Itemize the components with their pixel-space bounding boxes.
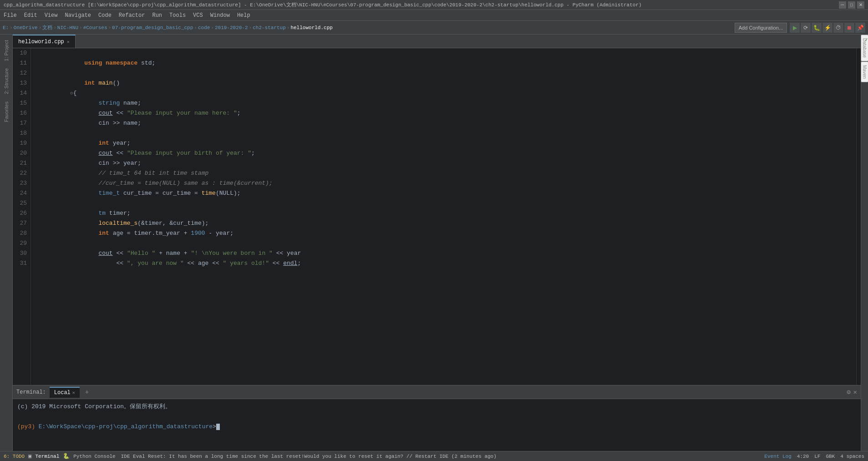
terminal-settings-icon[interactable]: ⚙ (847, 388, 850, 396)
code-line-10: using namespace std; (35, 48, 853, 58)
menu-bar: File Edit View Navigate Code Refactor Ru… (0, 10, 868, 21)
editor-container: 1: Project 2: Structure Favorites hellow… (0, 35, 868, 451)
line-num-12: 12 (15, 68, 27, 78)
profile-button[interactable]: ⏱ (833, 23, 843, 33)
add-configuration-button[interactable]: Add Configuration... (735, 23, 787, 33)
stop-button[interactable]: ⏹ (844, 23, 854, 33)
window-controls: ─ □ ✕ (839, 1, 864, 9)
editor-inner: helloworld.cpp ✕ 10 11 12 13 14 15 16 17… (13, 35, 861, 451)
code-line-15: cout << "Please input your name here: "; (35, 98, 853, 108)
status-event-log[interactable]: Event Log (764, 454, 791, 459)
run-button[interactable]: ▶ (790, 23, 800, 33)
status-right: Event Log 4:20 LF GBK 4 spaces (764, 454, 864, 459)
sidebar-item-structure[interactable]: 2: Structure (3, 65, 10, 98)
pin-button[interactable]: 📌 (855, 23, 865, 33)
menu-help[interactable]: Help (233, 11, 254, 20)
line-num-22: 22 (15, 168, 27, 178)
status-position: 4:20 (797, 454, 809, 459)
scrollbar[interactable] (856, 48, 861, 385)
code-content[interactable]: using namespace std; int main() ⊖{ strin… (31, 48, 856, 385)
terminal-header: Terminal: Local ✕ + ⚙ ✕ (13, 385, 861, 399)
nav-code[interactable]: code (198, 25, 210, 30)
tab-bar: helloworld.cpp ✕ (13, 35, 861, 48)
code-line-21: // time_t 64 bit int time stamp (35, 158, 853, 168)
code-line-29: cout << "Hello " + name + "! \nYou were … (35, 238, 853, 248)
menu-view[interactable]: View (41, 11, 61, 20)
terminal-content[interactable]: (c) 2019 Microsoft Corporation。保留所有权利。 (… (13, 399, 861, 451)
menu-edit[interactable]: Edit (20, 11, 41, 20)
line-num-26: 26 (15, 208, 27, 218)
coverage-button[interactable]: ⚡ (822, 23, 832, 33)
terminal-status-icon: ▣ (28, 453, 31, 460)
terminal-add-button[interactable]: + (83, 389, 91, 396)
terminal-line-1: (c) 2019 Microsoft Corporation。保留所有权利。 (17, 402, 856, 412)
terminal-tab-close-icon[interactable]: ✕ (72, 390, 75, 395)
nav-cpp[interactable]: 07-program_design_basic_cpp (112, 25, 193, 30)
python-status-icon: 🐍 (63, 453, 70, 460)
line-num-18: 18 (15, 128, 27, 138)
line-num-11: 11 (15, 58, 27, 68)
line-num-15: 15 (15, 98, 27, 108)
nav-docs[interactable]: 文档 (42, 24, 52, 31)
debug-button[interactable]: 🐛 (812, 23, 822, 33)
minimize-button[interactable]: ─ (839, 1, 846, 9)
menu-navigate[interactable]: Navigate (61, 11, 95, 20)
line-num-31: 31 (15, 258, 27, 268)
nav-nichnu[interactable]: NIC-HNU (57, 25, 78, 30)
nav-bar: E: › OneDrive › 文档 › NIC-HNU › #Courses … (0, 21, 868, 35)
terminal-path: E:\WorkSpace\cpp-proj\cpp_algorithm_data… (39, 423, 213, 430)
close-button[interactable]: ✕ (857, 1, 864, 9)
line-num-14: 14 (15, 88, 27, 98)
tab-close-icon[interactable]: ✕ (67, 39, 70, 45)
line-num-30: 30 (15, 248, 27, 258)
vcs-icon: ✓ (865, 36, 868, 43)
nav-e-drive[interactable]: E: (3, 25, 9, 30)
right-sidebar: ✓ Database Maven (861, 35, 868, 451)
run-buttons: ▶ ⟳ 🐛 ⚡ ⏱ ⏹ 📌 (790, 23, 865, 33)
terminal-panel: Terminal: Local ✕ + ⚙ ✕ (c) 2019 Microso… (13, 385, 861, 451)
sidebar-item-maven[interactable]: Maven (861, 61, 868, 82)
status-terminal[interactable]: Terminal (35, 454, 59, 459)
nav-file: helloworld.cpp (290, 25, 332, 30)
line-numbers: 10 11 12 13 14 15 16 17 18 19 20 21 22 2… (13, 48, 31, 385)
maximize-button[interactable]: □ (848, 1, 855, 9)
code-line-18: int year; (35, 128, 853, 138)
menu-tools[interactable]: Tools (166, 11, 189, 20)
line-num-16: 16 (15, 108, 27, 118)
status-bar: 6: TODO ▣ Terminal 🐍 Python Console IDE … (0, 451, 868, 461)
menu-code[interactable]: Code (95, 11, 115, 20)
line-num-10: 10 (15, 48, 27, 58)
terminal-line-3: (py3) E:\WorkSpace\cpp-proj\cpp_algorith… (17, 422, 856, 432)
code-line-26: localtime_s(&timer, &cur_time); (35, 208, 853, 218)
nav-courses[interactable]: #Courses (83, 25, 107, 30)
sidebar-item-favorites[interactable]: Favorites (3, 98, 10, 126)
menu-refactor[interactable]: Refactor (115, 11, 149, 20)
nav-right-actions: Add Configuration... ▶ ⟳ 🐛 ⚡ ⏱ ⏹ 📌 (735, 23, 865, 33)
status-indent: 4 spaces (840, 454, 864, 459)
left-panel: 1: Project 2: Structure Favorites (0, 35, 13, 451)
code-editor[interactable]: 10 11 12 13 14 15 16 17 18 19 20 21 22 2… (13, 48, 861, 385)
code-line-11 (35, 58, 853, 68)
menu-run[interactable]: Run (148, 11, 166, 20)
terminal-tab-local[interactable]: Local ✕ (50, 387, 80, 398)
line-num-29: 29 (15, 238, 27, 248)
menu-window[interactable]: Window (207, 11, 233, 20)
status-python-console[interactable]: Python Console (73, 454, 115, 459)
status-todo[interactable]: 6: TODO (4, 454, 25, 459)
nav-year[interactable]: 2019-2020-2 (215, 25, 248, 30)
nav-onedrive[interactable]: OneDrive (14, 25, 38, 30)
code-line-14: string name; (35, 88, 853, 98)
line-num-17: 17 (15, 118, 27, 128)
sidebar-item-project[interactable]: 1: Project (3, 36, 10, 65)
line-num-25: 25 (15, 198, 27, 208)
status-error-message: IDE Eval Reset: It has been a long time … (121, 454, 759, 459)
rerun-button[interactable]: ⟳ (801, 23, 811, 33)
nav-ch2[interactable]: ch2-startup (253, 25, 286, 30)
terminal-title: Terminal: (16, 389, 46, 395)
menu-file[interactable]: File (0, 11, 20, 20)
tab-helloworld[interactable]: helloworld.cpp ✕ (13, 35, 76, 48)
line-num-23: 23 (15, 178, 27, 188)
status-encoding: GBK (826, 454, 835, 459)
menu-vcs[interactable]: VCS (189, 11, 207, 20)
terminal-close-icon[interactable]: ✕ (853, 388, 857, 396)
